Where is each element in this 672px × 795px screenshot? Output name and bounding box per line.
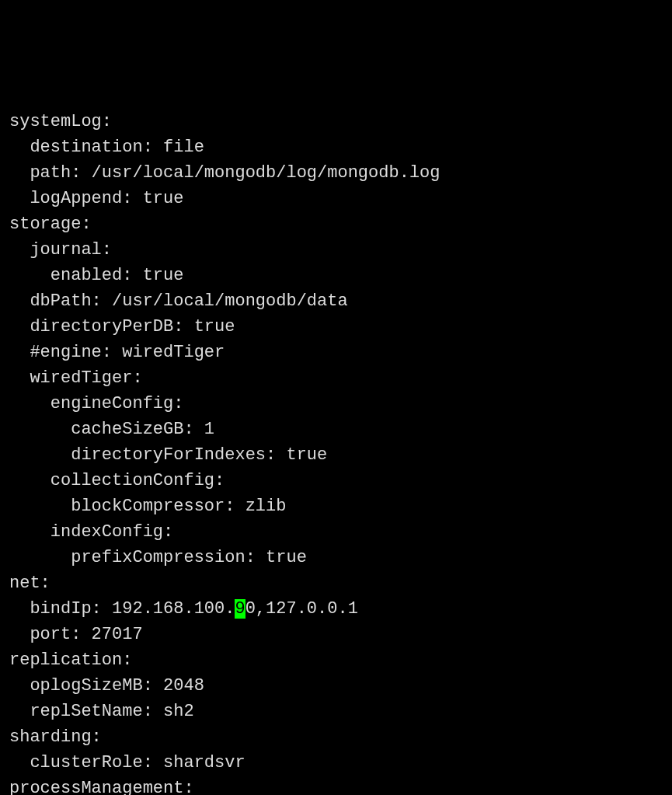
config-line: sharding: bbox=[9, 727, 102, 747]
config-line: journal: bbox=[9, 240, 112, 260]
terminal-editor[interactable]: systemLog: destination: file path: /usr/… bbox=[9, 109, 663, 795]
config-line: path: /usr/local/mongodb/log/mongodb.log bbox=[9, 163, 440, 183]
config-line: engineConfig: bbox=[9, 394, 183, 413]
terminal-cursor: 9 bbox=[235, 599, 245, 619]
config-line: destination: file bbox=[9, 138, 204, 157]
config-line: oplogSizeMB: 2048 bbox=[9, 676, 204, 696]
config-line: indexConfig: bbox=[9, 522, 173, 542]
config-line: #engine: wiredTiger bbox=[9, 343, 225, 362]
config-line: net: bbox=[9, 574, 50, 593]
config-line: enabled: true bbox=[9, 266, 183, 285]
config-line: systemLog: bbox=[9, 112, 112, 131]
config-line: wiredTiger: bbox=[9, 368, 143, 388]
config-line: collectionConfig: bbox=[9, 471, 225, 490]
config-line: replication: bbox=[9, 650, 132, 670]
config-line: cacheSizeGB: 1 bbox=[9, 420, 214, 439]
config-line: clusterRole: shardsvr bbox=[9, 753, 245, 772]
bindip-prefix: bindIp: 192.168.100. bbox=[9, 599, 235, 619]
config-line: blockCompressor: zlib bbox=[9, 497, 286, 516]
config-line: storage: bbox=[9, 214, 92, 234]
config-line: processManagement: bbox=[9, 779, 194, 795]
config-line: prefixCompression: true bbox=[9, 548, 307, 567]
bindip-suffix: 0,127.0.0.1 bbox=[245, 599, 358, 619]
config-line: directoryPerDB: true bbox=[9, 317, 235, 336]
config-line: replSetName: sh2 bbox=[9, 702, 194, 721]
config-line: port: 27017 bbox=[9, 625, 143, 644]
config-line: bindIp: 192.168.100.90,127.0.0.1 bbox=[9, 599, 358, 619]
config-line: dbPath: /usr/local/mongodb/data bbox=[9, 291, 348, 311]
config-line: directoryForIndexes: true bbox=[9, 445, 327, 465]
config-line: logAppend: true bbox=[9, 189, 183, 208]
